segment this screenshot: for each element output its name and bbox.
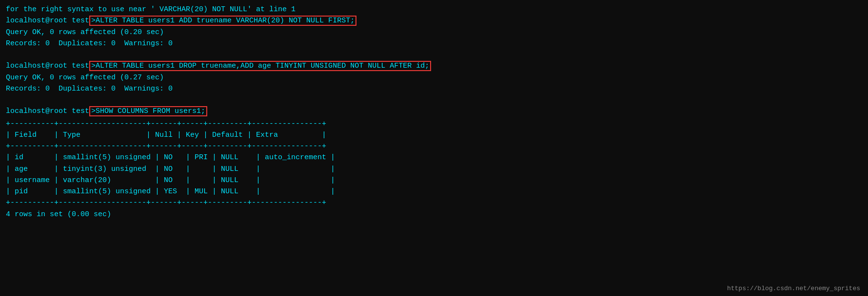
line-cmd-3-highlight: >SHOW COLUMNS FROM users1;	[89, 106, 207, 116]
line-cmd-2: localhost@root test>ALTER TABLE users1 D…	[6, 60, 862, 72]
watermark: https://blog.csdn.net/enemy_sprites	[727, 285, 860, 292]
cmd-3-text: SHOW COLUMNS FROM users1;	[96, 107, 205, 115]
table-output: +----------+--------------------+------+…	[6, 118, 862, 220]
arrow-2: >	[91, 62, 96, 70]
line-records-1: Records: 0 Duplicates: 0 Warnings: 0	[6, 38, 862, 49]
arrow-1: >	[91, 17, 96, 25]
prompt-2: localhost@root test	[6, 62, 89, 70]
table-row-username: | username | varchar(20) | NO | | NULL |…	[6, 175, 862, 186]
blank-1	[6, 49, 862, 60]
table-sep-top: +----------+--------------------+------+…	[6, 118, 862, 130]
prompt-3: localhost@root test	[6, 107, 89, 115]
line-records-2: Records: 0 Duplicates: 0 Warnings: 0	[6, 83, 862, 94]
table-row-age: | age | tinyint(3) unsigned | NO | | NUL…	[6, 164, 862, 175]
cmd-2-text: ALTER TABLE users1 DROP truename,ADD age…	[96, 62, 429, 70]
table-footer: 4 rows in set (0.00 sec)	[6, 209, 862, 220]
line-result-1: Query OK, 0 rows affected (0.20 sec)	[6, 27, 862, 38]
line-result-2: Query OK, 0 rows affected (0.27 sec)	[6, 72, 862, 83]
table-sep-head: +----------+--------------------+------+…	[6, 141, 862, 152]
line-syntax-note: for the right syntax to use near ' VARCH…	[6, 4, 862, 15]
terminal: for the right syntax to use near ' VARCH…	[0, 0, 868, 224]
table-header: | Field | Type | Null | Key | Default | …	[6, 130, 862, 141]
table-row-id: | id | smallint(5) unsigned | NO | PRI |…	[6, 152, 862, 163]
table-sep-bottom: +----------+--------------------+------+…	[6, 197, 862, 208]
blank-2	[6, 94, 862, 106]
table-row-pid: | pid | smallint(5) unsigned | YES | MUL…	[6, 186, 862, 197]
arrow-3: >	[91, 107, 96, 115]
prompt-1: localhost@root test	[6, 17, 89, 25]
line-cmd-3: localhost@root test>SHOW COLUMNS FROM us…	[6, 106, 862, 117]
line-cmd-1-highlight: >ALTER TABLE users1 ADD truename VARCHAR…	[89, 16, 356, 26]
line-cmd-2-highlight: >ALTER TABLE users1 DROP truename,ADD ag…	[89, 61, 431, 71]
cmd-1-text: ALTER TABLE users1 ADD truename VARCHAR(…	[96, 17, 355, 25]
line-cmd-1: localhost@root test>ALTER TABLE users1 A…	[6, 15, 862, 26]
